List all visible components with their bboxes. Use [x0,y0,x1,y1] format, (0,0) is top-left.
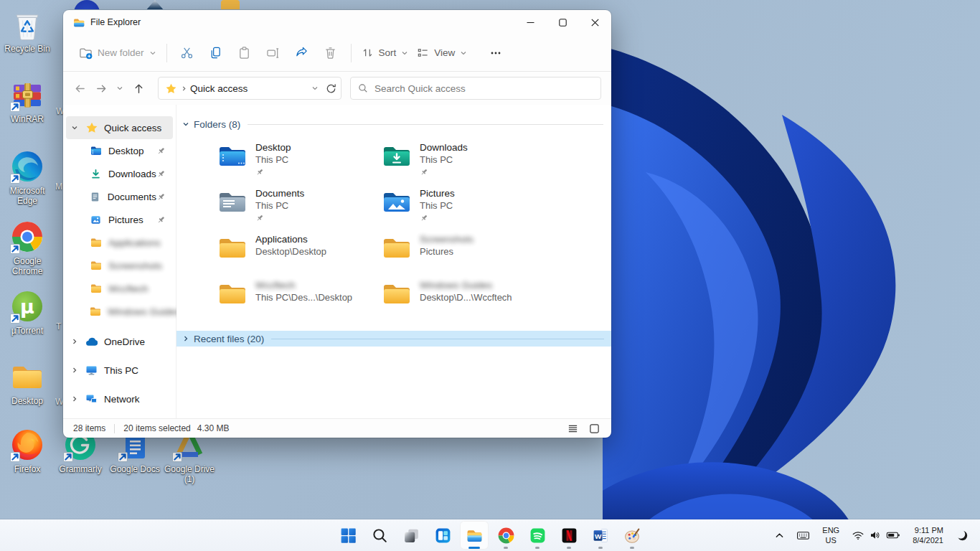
back-button[interactable] [69,77,90,99]
sidebar-item-folder-3[interactable]: Wccftech [66,277,173,300]
rename-button[interactable] [259,40,288,66]
sidebar-item-documents[interactable]: Documents [66,185,173,208]
touch-keyboard-icon[interactable] [793,522,814,548]
sidebar-item-downloads[interactable]: Downloads [66,162,173,185]
selection-size: 4.30 MB [197,423,230,433]
breadcrumb-location[interactable]: Quick access [190,83,248,94]
sidebar-item-pictures[interactable]: Pictures [66,208,173,231]
running-indicator [535,547,540,549]
tile-path: Pictures [420,246,453,257]
details-view-button[interactable] [565,421,580,435]
desktop-icon-label: Firefox [0,464,55,474]
taskbar-spotify[interactable] [523,521,552,550]
shortcut-arrow-icon [10,452,20,462]
start-button[interactable] [334,521,362,550]
taskbar-chrome[interactable] [491,521,520,550]
desktop-icon-google-chrome[interactable]: Google Chrome [0,220,55,276]
folder-icon [90,260,102,272]
chevron-down-icon[interactable] [70,124,79,131]
desktop-icon-microsoft-edge[interactable]: Microsoft Edge [0,149,55,206]
desktop-icon-recycle-bin[interactable]: Recycle Bin [0,7,55,54]
taskbar-word[interactable]: W [586,521,615,550]
folder-tile-wccftech[interactable]: Wccftech This PC\Des...\Desktop [218,280,380,323]
taskbar-file-explorer[interactable] [460,521,489,550]
taskbar-paint[interactable] [618,521,646,550]
desktop-icon-label: WinRAR [0,114,55,124]
folder-icon [90,237,102,249]
folder-tile-screenshots[interactable]: Screenshots Pictures [382,234,544,277]
widgets-button[interactable] [428,521,457,550]
hidden-icons-chevron[interactable] [771,522,788,548]
language-line1: ENG [822,526,839,534]
chevron-right-icon[interactable] [70,367,79,374]
search-box[interactable] [350,77,601,100]
folder-tile-documents[interactable]: Documents This PC [218,188,380,231]
pictures-icon [90,214,102,226]
desktop-icon-label: Google Chrome [0,256,55,276]
view-button[interactable]: View [413,40,471,66]
folder-tile-pictures[interactable]: Pictures This PC [382,188,544,231]
copy-button[interactable] [202,40,230,66]
new-folder-button[interactable]: New folder [75,40,161,66]
up-button[interactable] [128,77,149,99]
chevron-right-icon[interactable] [70,395,79,402]
sidebar-item-onedrive[interactable]: OneDrive [66,327,173,356]
desktop-icon-firefox[interactable]: Firefox [0,428,55,474]
shortcut-arrow-icon [172,452,182,462]
new-folder-label: New folder [98,47,144,58]
cut-button[interactable] [173,40,202,66]
task-view-button[interactable] [397,521,425,550]
folder-tile-downloads[interactable]: Downloads This PC [382,142,544,185]
command-bar: New folder [63,34,611,72]
chevron-right-icon[interactable] [70,338,79,345]
breadcrumb-bar[interactable]: Quick access [158,77,341,100]
chevron-down-icon[interactable] [182,121,189,128]
system-tray-status[interactable] [848,522,904,548]
tile-name: Pictures [420,188,455,199]
close-button[interactable] [579,10,611,34]
tile-path: This PC [420,200,453,211]
tray-time: 9:11 PM [915,526,943,534]
folder-tile-applications[interactable]: Applications Desktop\Desktop [218,234,380,277]
sidebar-item-folder-1[interactable]: Applications [66,231,173,254]
desktop-icon-utorrent[interactable]: µ µTorrent [0,289,55,336]
tile-path: Desktop\Desktop [255,246,326,257]
taskbar-netflix[interactable] [555,521,583,550]
refresh-icon[interactable] [326,83,336,94]
large-icons-view-button[interactable] [587,421,601,435]
focus-assist-moon-icon[interactable] [952,522,973,548]
folders-group-header[interactable]: Folders (8) [176,116,606,132]
desktop-icon-winrar[interactable]: WinRAR [0,77,55,124]
sidebar-item-label: Downloads [108,169,156,179]
folder-tile-windows-guides[interactable]: Windows Guides Desktop\D...\Wccftech [382,280,544,323]
sidebar-item-folder-4[interactable]: Windows Guides [66,300,173,323]
search-input[interactable] [374,83,593,94]
sidebar-item-this-pc[interactable]: This PC [66,356,173,385]
sidebar-item-folder-2[interactable]: Screenshots [66,254,173,277]
sort-button[interactable]: Sort [357,40,413,66]
folder-tile-desktop[interactable]: Desktop This PC [218,142,380,185]
sidebar-item-network[interactable]: Network [66,385,173,413]
sidebar-item-quick-access[interactable]: Quick access [66,116,173,139]
clock[interactable]: 9:11 PM 8/4/2021 [909,522,947,548]
more-options-button[interactable] [481,40,510,66]
paste-button[interactable] [230,40,259,66]
desktop-icon-desktop-folder[interactable]: Desktop [0,359,55,406]
recent-files-group-header[interactable]: Recent files (20) [176,331,611,347]
firefox-icon [10,428,44,462]
recent-locations-chevron[interactable] [112,77,128,99]
clipped-icon-label: W [56,106,63,116]
maximize-button[interactable] [547,10,579,34]
address-dropdown-chevron[interactable] [311,85,319,92]
task-view-icon [402,527,420,545]
delete-button[interactable] [316,40,345,66]
language-indicator[interactable]: ENG US [819,522,843,548]
shortcut-arrow-icon [10,244,20,254]
share-button[interactable] [288,40,316,66]
widgets-icon [434,527,452,545]
minimize-button[interactable] [514,10,547,34]
chevron-right-icon[interactable] [182,335,189,342]
sidebar-item-desktop[interactable]: Desktop [66,139,173,162]
taskbar-search-button[interactable] [365,521,394,550]
forward-button[interactable] [90,77,112,99]
